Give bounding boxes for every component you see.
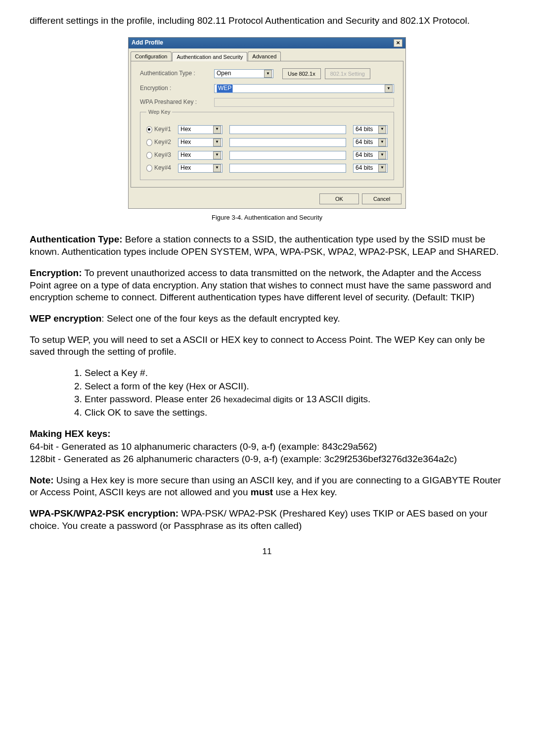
key2-bits-select[interactable]: 64 bits▼ bbox=[353, 138, 388, 147]
chevron-down-icon: ▼ bbox=[213, 164, 221, 172]
intro-text: different settings in the profile, inclu… bbox=[30, 15, 504, 27]
wpapsk-heading: WPA-PSK/WPA2-PSK encryption: bbox=[30, 508, 178, 519]
key-row-1: Key#1 Hex▼ 64 bits▼ bbox=[146, 125, 388, 134]
steps-list: 1. Select a Key #. 2. Select a form of t… bbox=[74, 367, 504, 419]
key3-label: Key#3 bbox=[154, 151, 171, 159]
para-encryption: Encryption: To prevent unauthorized acce… bbox=[30, 267, 504, 304]
hex-128bit: 128bit - Generated as 26 alphanumeric ch… bbox=[30, 453, 504, 466]
key1-bits-select[interactable]: 64 bits▼ bbox=[353, 125, 388, 134]
key2-format-select[interactable]: Hex▼ bbox=[178, 138, 222, 147]
auth-type-value: Open bbox=[217, 70, 231, 78]
key1-format-select[interactable]: Hex▼ bbox=[178, 125, 222, 134]
para-wep-enc: WEP encryption: Select one of the four k… bbox=[30, 313, 504, 325]
key3-input[interactable] bbox=[229, 151, 346, 160]
encryption-body: To prevent unauthorized access to data t… bbox=[30, 268, 491, 302]
key3-bits-select[interactable]: 64 bits▼ bbox=[353, 151, 388, 160]
key2-input[interactable] bbox=[229, 138, 346, 147]
key-row-3: Key#3 Hex▼ 64 bits▼ bbox=[146, 151, 388, 160]
encryption-label: Encryption : bbox=[140, 85, 214, 93]
step-3: 3. Enter password. Please enter 26 hexad… bbox=[74, 393, 504, 406]
key2-label: Key#2 bbox=[154, 139, 171, 146]
para-auth-type: Authentication Type: Before a station co… bbox=[30, 234, 504, 258]
dialog-buttons: OK Cancel bbox=[129, 189, 405, 208]
tab-row: Configuration Authentication and Securit… bbox=[129, 48, 405, 61]
encryption-select[interactable]: WEP ▼ bbox=[214, 84, 394, 93]
key4-format-select[interactable]: Hex▼ bbox=[178, 164, 222, 173]
8021x-setting-button: 802.1x Setting bbox=[325, 68, 370, 79]
key3-format-select[interactable]: Hex▼ bbox=[178, 151, 222, 160]
key1-radio[interactable] bbox=[146, 126, 152, 133]
chevron-down-icon: ▼ bbox=[378, 164, 386, 172]
wpapsk-paragraph: WPA-PSK/WPA2-PSK encryption: WPA-PSK/ WP… bbox=[30, 508, 504, 532]
tab-advanced[interactable]: Advanced bbox=[248, 51, 281, 61]
dialog-title: Add Profile bbox=[132, 39, 163, 47]
wep-key-group: Wep Key Key#1 Hex▼ 64 bits▼ Key#2 bbox=[140, 112, 394, 180]
chevron-down-icon: ▼ bbox=[378, 139, 386, 146]
chevron-down-icon: ▼ bbox=[213, 126, 221, 134]
add-profile-dialog: Add Profile ✕ Configuration Authenticati… bbox=[128, 37, 406, 209]
use-8021x-button[interactable]: Use 802.1x bbox=[282, 68, 321, 79]
wep-heading: WEP encryption bbox=[30, 313, 101, 324]
key3-radio[interactable] bbox=[146, 152, 152, 159]
wpa-psk-label: WPA Preshared Key : bbox=[140, 98, 214, 106]
key-row-2: Key#2 Hex▼ 64 bits▼ bbox=[146, 138, 388, 147]
tab-auth-security[interactable]: Authentication and Security bbox=[172, 52, 247, 61]
key4-radio[interactable] bbox=[146, 165, 152, 172]
step-2: 2. Select a form of the key (Hex or ASCI… bbox=[74, 380, 504, 393]
key2-radio[interactable] bbox=[146, 139, 152, 146]
key4-bits-select[interactable]: 64 bits▼ bbox=[353, 164, 388, 173]
chevron-down-icon: ▼ bbox=[385, 85, 393, 93]
auth-type-label: Authentication Type : bbox=[140, 70, 214, 78]
key4-label: Key#4 bbox=[154, 164, 171, 172]
tab-pane: Authentication Type : Open ▼ Use 802.1x … bbox=[131, 61, 403, 188]
wep-body: : Select one of the four keys as the def… bbox=[101, 313, 340, 324]
chevron-down-icon: ▼ bbox=[378, 151, 386, 159]
key-row-4: Key#4 Hex▼ 64 bits▼ bbox=[146, 164, 388, 173]
note-heading: Note: bbox=[30, 475, 54, 485]
step-1: 1. Select a Key #. bbox=[74, 367, 504, 379]
ok-button[interactable]: OK bbox=[319, 193, 359, 204]
key1-input[interactable] bbox=[229, 125, 346, 134]
auth-type-heading: Authentication Type: bbox=[30, 234, 123, 244]
key1-label: Key#1 bbox=[154, 126, 171, 134]
page-number: 11 bbox=[30, 546, 504, 557]
auth-type-select[interactable]: Open ▼ bbox=[214, 69, 273, 78]
encryption-heading: Encryption: bbox=[30, 268, 82, 278]
encryption-value: WEP bbox=[217, 84, 233, 93]
chevron-down-icon: ▼ bbox=[264, 70, 272, 78]
note-paragraph: Note: Using a Hex key is more secure tha… bbox=[30, 474, 504, 499]
dialog-titlebar: Add Profile ✕ bbox=[129, 38, 405, 48]
hex-64bit: 64-bit - Generated as 10 alphanumeric ch… bbox=[30, 441, 504, 453]
key4-input[interactable] bbox=[229, 164, 346, 173]
tab-configuration[interactable]: Configuration bbox=[131, 51, 172, 61]
wpa-psk-input bbox=[214, 98, 394, 107]
chevron-down-icon: ▼ bbox=[213, 151, 221, 159]
wep-key-legend: Wep Key bbox=[146, 108, 172, 115]
cancel-button[interactable]: Cancel bbox=[362, 193, 401, 204]
para-setup-wep: To setup WEP, you will need to set a ASC… bbox=[30, 334, 504, 358]
close-icon[interactable]: ✕ bbox=[394, 39, 402, 47]
step-4: 4. Click OK to save the settings. bbox=[74, 407, 504, 419]
figure-caption: Figure 3-4. Authentication and Security bbox=[30, 214, 504, 222]
chevron-down-icon: ▼ bbox=[213, 139, 221, 146]
chevron-down-icon: ▼ bbox=[378, 126, 386, 134]
hex-keys-heading: Making HEX keys: bbox=[30, 428, 504, 440]
